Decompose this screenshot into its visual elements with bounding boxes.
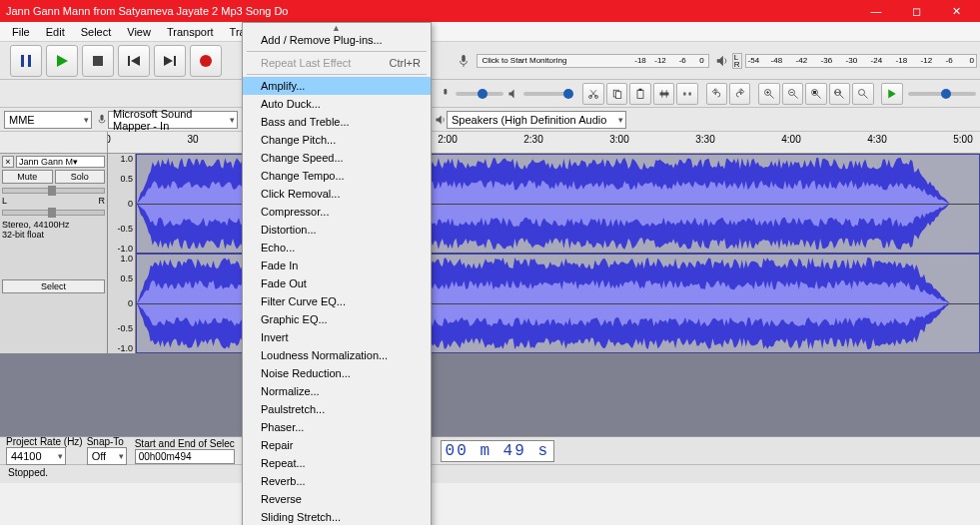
menu-auto-duck[interactable]: Auto Duck... — [243, 95, 431, 113]
menu-reverb[interactable]: Reverb... — [243, 472, 431, 490]
minimize-button[interactable]: — — [856, 0, 896, 22]
menu-filter-curve-eq[interactable]: Filter Curve EQ... — [243, 292, 431, 310]
io-labels: LR — [732, 53, 742, 69]
menu-compressor[interactable]: Compressor... — [243, 203, 431, 221]
playback-meter[interactable]: -54 -48 -42 -36 -30 -24 -18 -12 -6 0 — [745, 54, 977, 68]
recording-device-combo[interactable]: Microsoft Sound Mapper - In — [108, 111, 238, 129]
zoom-in-button[interactable] — [758, 83, 779, 105]
menu-fade-out[interactable]: Fade Out — [243, 274, 431, 292]
menu-normalize[interactable]: Normalize... — [243, 382, 431, 400]
svg-point-8 — [200, 55, 212, 67]
track-select-button[interactable]: Select — [2, 279, 105, 293]
skip-start-button[interactable] — [118, 45, 150, 77]
redo-button[interactable] — [729, 83, 750, 105]
toolbar: Click to Start Monitoring -18 -12 -6 0 L… — [0, 42, 980, 80]
menu-invert[interactable]: Invert — [243, 328, 431, 346]
menu-repeat[interactable]: Repeat... — [243, 454, 431, 472]
pause-button[interactable] — [10, 45, 42, 77]
svg-rect-22 — [659, 92, 668, 95]
menu-bass-treble[interactable]: Bass and Treble... — [243, 113, 431, 131]
menu-graphic-eq[interactable]: Graphic EQ... — [243, 310, 431, 328]
playback-volume-slider[interactable] — [523, 92, 572, 96]
silence-button[interactable] — [676, 83, 697, 105]
menu-change-speed[interactable]: Change Speed... — [243, 149, 431, 167]
menu-view[interactable]: View — [119, 24, 159, 40]
paste-button[interactable] — [629, 83, 650, 105]
menu-reverse[interactable]: Reverse — [243, 490, 431, 508]
menubar: File Edit Select View Transport Tracks G… — [0, 22, 980, 42]
monitoring-hint: Click to Start Monitoring — [482, 56, 566, 65]
device-toolbar: MME Microsoft Sound Mapper - In Speakers… — [0, 108, 980, 132]
zoom-out-button[interactable] — [782, 83, 803, 105]
snap-to-label: Snap-To — [87, 436, 131, 447]
svg-rect-4 — [128, 56, 130, 66]
svg-point-40 — [858, 89, 864, 95]
svg-marker-13 — [509, 89, 514, 98]
effects-menu: ▲ Add / Remove Plug-ins... Repeat Last E… — [242, 22, 432, 525]
cut-button[interactable] — [582, 83, 603, 105]
zoom-toggle-button[interactable] — [852, 83, 873, 105]
gain-slider[interactable] — [2, 188, 105, 194]
menu-paulstretch[interactable]: Paulstretch... — [243, 400, 431, 418]
solo-button[interactable]: Solo — [55, 170, 106, 184]
skip-end-button[interactable] — [154, 45, 186, 77]
audio-position-display[interactable]: 00 m 49 s — [441, 440, 554, 462]
menu-repeat-last-effect: Repeat Last EffectCtrl+R — [243, 54, 431, 72]
menu-select[interactable]: Select — [73, 24, 120, 40]
menu-noise-reduction[interactable]: Noise Reduction... — [243, 364, 431, 382]
svg-rect-1 — [28, 55, 31, 67]
menu-repair[interactable]: Repair — [243, 436, 431, 454]
close-button[interactable]: ✕ — [936, 0, 976, 22]
snap-to-combo[interactable]: Off — [87, 447, 127, 465]
svg-line-38 — [840, 94, 844, 98]
menu-edit[interactable]: Edit — [38, 24, 73, 40]
menu-click-removal[interactable]: Click Removal... — [243, 185, 431, 203]
menu-add-remove-plugins[interactable]: Add / Remove Plug-ins... — [243, 31, 431, 49]
menu-fade-in[interactable]: Fade In — [243, 257, 431, 274]
audio-host-combo[interactable]: MME — [4, 111, 92, 129]
pan-slider[interactable] — [2, 210, 105, 216]
svg-line-28 — [770, 94, 774, 98]
stop-button[interactable] — [82, 45, 114, 77]
svg-line-41 — [864, 94, 868, 98]
svg-rect-21 — [639, 88, 642, 90]
track-close-button[interactable]: × — [2, 156, 14, 168]
timeline-ruler[interactable]: 0301:001:302:002:303:003:304:004:305:00 — [0, 132, 980, 154]
play-speed-slider[interactable] — [908, 92, 976, 96]
status-bar: Stopped. — [0, 465, 980, 483]
menu-file[interactable]: File — [4, 24, 38, 40]
trim-button[interactable] — [653, 83, 674, 105]
svg-marker-11 — [717, 55, 723, 66]
menu-echo[interactable]: Echo... — [243, 239, 431, 257]
maximize-button[interactable]: ◻ — [896, 0, 936, 22]
svg-marker-5 — [131, 56, 140, 66]
play-at-speed-button[interactable] — [881, 83, 902, 105]
track-row: × Jann Gann M▾ Mute Solo LR Stereo, 4410… — [0, 154, 980, 353]
play-button[interactable] — [46, 45, 78, 77]
menu-loudness-normalization[interactable]: Loudness Normalization... — [243, 346, 431, 364]
copy-button[interactable] — [606, 83, 627, 105]
track-format: Stereo, 44100Hz32-bit float — [2, 220, 105, 240]
vertical-scale: 1.00.50-0.5-1.01.00.50-0.5-1.0 — [108, 154, 136, 353]
menu-change-pitch[interactable]: Change Pitch... — [243, 131, 431, 149]
playback-device-combo[interactable]: Speakers (High Definition Audio — [447, 111, 626, 129]
undo-button[interactable] — [706, 83, 727, 105]
menu-sliding-stretch[interactable]: Sliding Stretch... — [243, 508, 431, 525]
record-button[interactable] — [190, 45, 222, 77]
project-rate-label: Project Rate (Hz) — [6, 436, 83, 447]
fit-project-button[interactable] — [829, 83, 850, 105]
track-name-dropdown[interactable]: Jann Gann M▾ — [16, 156, 105, 168]
menu-distortion[interactable]: Distortion... — [243, 221, 431, 239]
menu-transport[interactable]: Transport — [159, 24, 222, 40]
recording-meter[interactable]: Click to Start Monitoring -18 -12 -6 0 — [477, 54, 708, 68]
selection-start-field[interactable]: 00h00m494 — [135, 449, 235, 464]
svg-rect-0 — [21, 55, 24, 67]
project-rate-combo[interactable]: 44100 — [6, 447, 66, 465]
menu-phaser[interactable]: Phaser... — [243, 418, 431, 436]
mute-button[interactable]: Mute — [2, 170, 53, 184]
fit-selection-button[interactable] — [805, 83, 826, 105]
menu-amplify[interactable]: Amplify... — [243, 77, 431, 95]
mic-device-icon — [96, 114, 108, 126]
menu-change-tempo[interactable]: Change Tempo... — [243, 167, 431, 185]
recording-volume-slider[interactable] — [456, 92, 504, 96]
